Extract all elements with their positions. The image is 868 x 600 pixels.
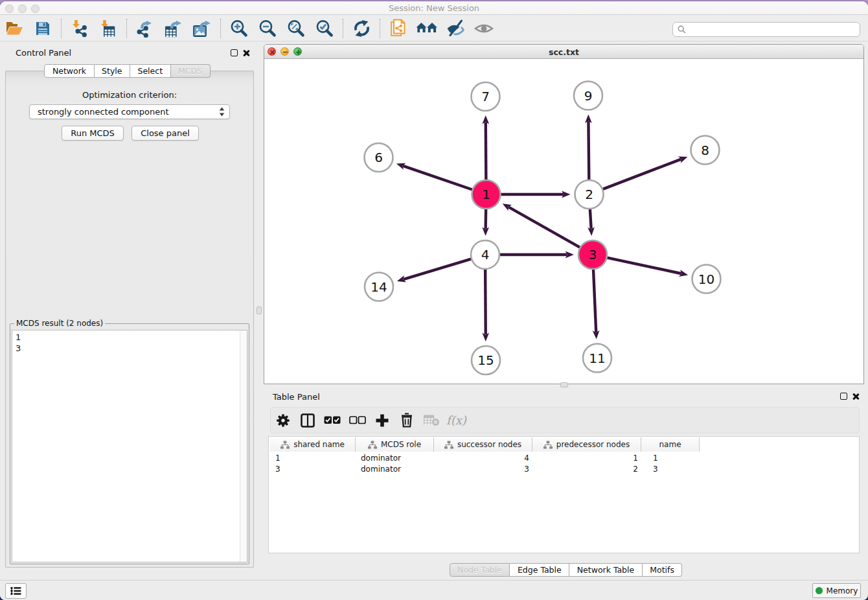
tab-node-table[interactable]: Node Table [450,563,510,577]
open-session-button[interactable] [0,17,29,40]
memory-button[interactable]: Memory [812,583,861,598]
mcds-result-box: MCDS result (2 nodes) 13 [10,323,249,564]
edge-3-1[interactable] [508,207,582,248]
zoom-in-button[interactable] [225,17,253,40]
export-image-button[interactable] [188,17,216,40]
table-options-button[interactable] [271,410,295,431]
edge-4-14[interactable] [404,259,473,279]
tab-select[interactable]: Select [130,64,171,78]
control-panel-title: Control Panel [16,48,71,58]
table-toolbar: f(x) [270,407,860,433]
zoom-fit-icon [286,19,306,38]
table-row[interactable]: 1dominator411 [270,452,700,464]
open-folder-icon [5,21,23,36]
edge-3-11[interactable] [593,268,596,332]
graph-node-9[interactable]: 9 [574,82,602,110]
graph-node-14[interactable]: 14 [365,273,393,301]
tab-style[interactable]: Style [95,64,130,78]
graph-node-3[interactable]: 3 [578,240,607,269]
criterion-select[interactable]: strongly connected component [29,104,230,119]
graph-node-6[interactable]: 6 [365,143,393,172]
close-panel-icon[interactable] [852,393,859,400]
tab-mcds[interactable]: MCDS [171,64,211,78]
mcds-result-item[interactable]: 1 [16,332,247,343]
graph-node-7[interactable]: 7 [472,82,500,111]
result-scrollbar[interactable] [240,330,247,562]
graph-node-10[interactable]: 10 [692,265,721,294]
export-table-button[interactable] [159,17,188,40]
close-panel-button[interactable]: Close panel [131,126,199,141]
mcds-result-list[interactable]: 13 [12,330,247,562]
table-row[interactable]: 3dominator323 [270,464,700,476]
edge-2-9[interactable] [588,121,589,181]
table-header-row: shared name MCDS role successor nodes pr… [270,437,700,452]
network-window-titlebar[interactable]: scc.txt [264,45,863,59]
import-network-icon [71,19,89,38]
tab-motifs[interactable]: Motifs [643,563,683,577]
svg-text:f(x): f(x) [446,413,467,427]
column-header-shared-name[interactable]: shared name [270,437,356,452]
zoom-selected-button[interactable] [310,17,339,40]
search-input[interactable] [689,23,860,36]
float-panel-icon[interactable] [231,49,238,56]
import-table-button[interactable] [94,17,122,40]
graph-node-11[interactable]: 11 [583,344,611,373]
zoom-out-button[interactable] [253,17,282,40]
divider-grip[interactable] [257,306,262,314]
column-header-predecessor-nodes[interactable]: predecessor nodes [532,437,641,452]
run-mcds-button[interactable]: Run MCDS [62,126,124,141]
create-column-button[interactable] [370,410,394,431]
float-panel-icon[interactable] [840,393,847,400]
show-column-button[interactable] [295,410,320,431]
delete-column-button[interactable] [394,410,419,431]
search-box [672,22,860,37]
checked-boxes-icon [324,416,341,425]
edge-2-8[interactable] [601,159,681,190]
close-panel-icon[interactable] [242,49,249,56]
edge-2-3[interactable] [590,207,591,229]
column-header-MCDS-role[interactable]: MCDS role [356,437,434,452]
mcds-result-item[interactable]: 3 [16,343,247,354]
plus-icon [375,413,389,428]
column-header-successor-nodes[interactable]: successor nodes [434,437,532,452]
edge-3-10[interactable] [606,257,681,273]
tab-edge-table[interactable]: Edge Table [510,563,569,577]
main-toolbar [0,16,868,41]
edge-1-4[interactable] [486,207,486,229]
edge-1-6[interactable] [403,166,474,190]
zoom-fit-button[interactable] [282,17,310,40]
control-panel: Control Panel NetworkStyleSelectMCDS Opt… [0,41,255,580]
console-button[interactable] [5,583,27,599]
network-canvas[interactable]: 1234678910111415 [264,59,863,384]
show-all-button[interactable] [470,17,498,40]
table-cell: 3 [434,464,532,476]
control-panel-tabs: NetworkStyleSelectMCDS [0,64,255,78]
horizontal-split-divider[interactable] [264,384,868,390]
unselect-all-columns-button[interactable] [345,410,370,431]
unchecked-boxes-icon [349,416,366,425]
edge-4-15[interactable] [485,268,486,335]
vertical-split-divider[interactable] [255,41,264,580]
graph-node-15[interactable]: 15 [472,346,500,375]
graph-node-4[interactable]: 4 [471,240,499,269]
hide-selected-button[interactable] [441,17,470,40]
select-all-columns-button[interactable] [320,410,345,431]
table-cell: 3 [270,464,356,476]
save-session-button[interactable] [29,17,57,40]
import-table-icon [99,19,117,38]
import-network-button[interactable] [65,17,94,40]
node-table: shared name MCDS role successor nodes pr… [268,436,860,553]
tab-network-table[interactable]: Network Table [569,563,643,577]
new-network-from-selection-button[interactable] [384,17,413,40]
graph-node-1[interactable]: 1 [472,180,501,209]
apply-layout-button[interactable] [347,17,376,40]
edge-1-7[interactable] [486,122,486,181]
export-network-button[interactable] [131,17,159,40]
divider-grip[interactable] [560,382,568,387]
graph-node-2[interactable]: 2 [575,180,604,209]
columns-icon [301,413,315,428]
first-neighbors-button[interactable] [413,17,441,40]
tab-network[interactable]: Network [44,64,94,78]
graph-node-8[interactable]: 8 [691,136,720,165]
column-header-name[interactable]: name [641,437,700,452]
